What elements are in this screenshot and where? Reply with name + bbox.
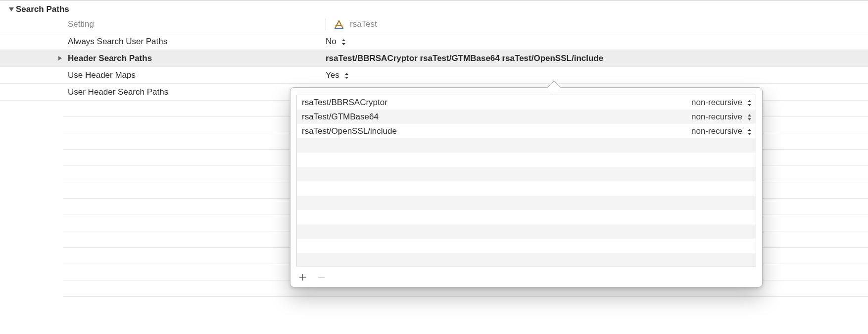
svg-marker-12 bbox=[748, 118, 751, 120]
setting-label-cell: Always Search User Paths bbox=[0, 37, 322, 47]
path-row bbox=[297, 181, 756, 196]
add-path-button[interactable] bbox=[297, 272, 307, 282]
value-stepper-icon[interactable] bbox=[341, 39, 346, 46]
path-row bbox=[297, 210, 756, 224]
recursion-mode-label: non-recursive bbox=[691, 126, 742, 136]
svg-marker-0 bbox=[9, 7, 14, 11]
svg-marker-13 bbox=[748, 129, 751, 131]
setting-label-cell: Header Search Paths bbox=[0, 54, 322, 63]
popover-footer bbox=[290, 267, 762, 287]
recursion-select[interactable]: non-recursive bbox=[691, 126, 752, 136]
paths-popover: rsaTest/BBRSACryptornon-recursiversaTest… bbox=[290, 87, 763, 287]
recursion-mode-label: non-recursive bbox=[691, 98, 742, 108]
setting-label: Always Search User Paths bbox=[68, 37, 167, 47]
path-row bbox=[297, 239, 756, 253]
setting-label-cell: Use Header Maps bbox=[0, 70, 322, 80]
recursion-mode-label: non-recursive bbox=[691, 112, 742, 122]
setting-value-cell[interactable]: Yes bbox=[322, 70, 868, 80]
column-header-setting[interactable]: Setting bbox=[0, 19, 322, 29]
setting-value: Yes bbox=[326, 70, 339, 80]
path-row bbox=[297, 196, 756, 210]
recursion-select[interactable]: non-recursive bbox=[691, 98, 752, 108]
path-text: rsaTest/BBRSACryptor bbox=[302, 98, 691, 108]
table-header-row: Setting rsaTest bbox=[0, 16, 868, 33]
app-icon bbox=[334, 20, 344, 30]
svg-marker-9 bbox=[748, 100, 751, 102]
path-row[interactable]: rsaTest/BBRSACryptornon-recursive bbox=[297, 95, 756, 110]
setting-label: Header Search Paths bbox=[68, 54, 152, 63]
setting-value: No bbox=[326, 37, 337, 47]
setting-value-cell[interactable]: No bbox=[322, 37, 868, 47]
section-header[interactable]: Search Paths bbox=[0, 1, 868, 16]
svg-marker-8 bbox=[345, 77, 348, 79]
setting-row[interactable]: Always Search User PathsNo bbox=[0, 33, 868, 50]
path-row[interactable]: rsaTest/GTMBase64non-recursive bbox=[297, 110, 756, 124]
path-row bbox=[297, 224, 756, 239]
paths-list[interactable]: rsaTest/BBRSACryptornon-recursiversaTest… bbox=[296, 95, 756, 267]
setting-row[interactable]: Use Header MapsYes bbox=[0, 67, 868, 84]
svg-marker-6 bbox=[58, 56, 62, 60]
disclosure-triangle-right-icon[interactable] bbox=[57, 56, 63, 61]
value-stepper-icon[interactable] bbox=[344, 72, 349, 79]
svg-marker-4 bbox=[342, 39, 345, 41]
updown-icon bbox=[747, 100, 752, 107]
svg-marker-7 bbox=[345, 73, 348, 75]
disclosure-triangle-down-icon[interactable] bbox=[7, 6, 16, 12]
section-title: Search Paths bbox=[16, 4, 69, 14]
setting-label: Use Header Maps bbox=[68, 70, 136, 80]
path-row bbox=[297, 253, 756, 267]
path-text: rsaTest/GTMBase64 bbox=[302, 112, 691, 122]
column-divider bbox=[326, 18, 326, 30]
setting-label: User Header Search Paths bbox=[68, 87, 168, 97]
path-row bbox=[297, 138, 756, 153]
remove-path-button[interactable] bbox=[316, 272, 326, 282]
svg-marker-14 bbox=[748, 133, 751, 135]
svg-marker-10 bbox=[748, 104, 751, 106]
path-row bbox=[297, 167, 756, 181]
path-row[interactable]: rsaTest/OpenSSL/includenon-recursive bbox=[297, 124, 756, 138]
updown-icon bbox=[747, 114, 752, 121]
recursion-select[interactable]: non-recursive bbox=[691, 112, 752, 122]
path-row bbox=[297, 153, 756, 167]
path-text: rsaTest/OpenSSL/include bbox=[302, 126, 691, 136]
setting-row[interactable]: Header Search PathsrsaTest/BBRSACryptor … bbox=[0, 50, 868, 67]
svg-marker-5 bbox=[342, 43, 345, 45]
svg-marker-1 bbox=[335, 21, 343, 28]
setting-label-cell: User Header Search Paths bbox=[0, 87, 322, 97]
setting-value: rsaTest/BBRSACryptor rsaTest/GTMBase64 r… bbox=[326, 54, 603, 63]
svg-marker-11 bbox=[748, 114, 751, 116]
setting-value-cell[interactable]: rsaTest/BBRSACryptor rsaTest/GTMBase64 r… bbox=[322, 54, 868, 63]
updown-icon bbox=[747, 128, 752, 135]
column-header-target[interactable]: rsaTest bbox=[322, 18, 868, 30]
